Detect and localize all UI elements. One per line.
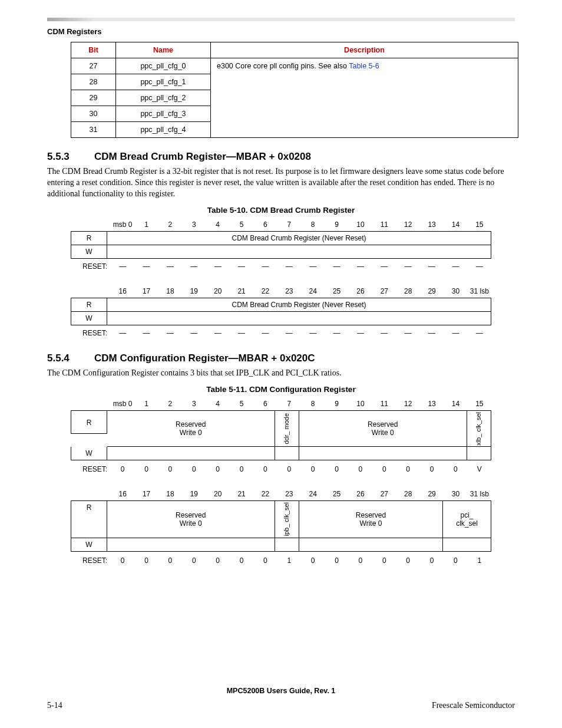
bit-label: — bbox=[230, 327, 253, 340]
bit-label: — bbox=[396, 260, 420, 273]
page-footer: MPC5200B Users Guide, Rev. 1 5-14 Freesc… bbox=[47, 687, 515, 710]
table-511-title: Table 5-11. CDM Configuration Register bbox=[47, 385, 515, 394]
heading-554: 5.5.4CDM Configuration Register—MBAR + 0… bbox=[47, 353, 515, 364]
bit-label: 19 bbox=[182, 487, 206, 500]
bit-label: 0 bbox=[325, 463, 348, 476]
bit-label: — bbox=[325, 260, 348, 273]
bit-label: — bbox=[372, 260, 396, 273]
bit-label: 25 bbox=[325, 285, 348, 298]
bit-label: 24 bbox=[301, 487, 325, 500]
bit-label: 0 bbox=[253, 463, 277, 476]
bit-label: 0 bbox=[301, 554, 325, 567]
bit-label: 0 bbox=[420, 463, 444, 476]
bit-label: 0 bbox=[325, 554, 348, 567]
bit-label: 19 bbox=[182, 285, 206, 298]
pci-clk-sel-field: pci_ clk_sel bbox=[442, 501, 491, 537]
bit-label: 8 bbox=[301, 397, 325, 410]
bit-label: 26 bbox=[349, 487, 372, 500]
bit-label: — bbox=[134, 327, 158, 340]
bit-label: — bbox=[277, 260, 301, 273]
bit-label: — bbox=[277, 327, 301, 340]
bit-label: 15 bbox=[468, 397, 491, 410]
bit-label: 16 bbox=[111, 285, 134, 298]
bit-label: 11 bbox=[372, 218, 396, 231]
bit-label: — bbox=[444, 260, 467, 273]
bit-label: 0 bbox=[158, 463, 182, 476]
bit-label: 13 bbox=[420, 397, 444, 410]
bit-label: 18 bbox=[158, 487, 182, 500]
ddr-mode-field: ddr_ mode bbox=[283, 412, 290, 446]
bit-label: 6 bbox=[253, 218, 277, 231]
bit-label: 13 bbox=[420, 218, 444, 231]
bit-label: 8 bbox=[301, 218, 325, 231]
top-accent-bar bbox=[47, 18, 515, 21]
bit-label: 0 bbox=[230, 463, 253, 476]
bit-label: 14 bbox=[444, 218, 467, 231]
bit-label: — bbox=[301, 327, 325, 340]
bit-label: 17 bbox=[134, 487, 158, 500]
bit-label: 23 bbox=[277, 487, 301, 500]
bit-label: 15 bbox=[468, 218, 491, 231]
bit-label: 0 bbox=[206, 463, 230, 476]
bit-label: — bbox=[182, 260, 206, 273]
bit-label: 0 bbox=[111, 554, 134, 567]
bit-label: 5 bbox=[230, 397, 253, 410]
bit-label: 1 bbox=[277, 554, 301, 567]
bit-label: — bbox=[134, 260, 158, 273]
bit-label: 3 bbox=[182, 397, 206, 410]
table-510-title: Table 5-10. CDM Bread Crumb Register bbox=[47, 206, 515, 215]
desc-cell: e300 Core core pll config pins. See also… bbox=[211, 58, 518, 138]
bit-label: 0 bbox=[182, 463, 206, 476]
ipb-clk-sel-field: ipb_ clk_sel bbox=[283, 501, 290, 537]
bit-label: 0 bbox=[158, 554, 182, 567]
xlb-clk-sel-field: xlb_ clk_sel bbox=[475, 411, 482, 447]
bit-label: 0 bbox=[253, 554, 277, 567]
bit-label: 9 bbox=[325, 397, 348, 410]
table-5-6-link[interactable]: Table 5-6 bbox=[349, 62, 379, 70]
bit-label: 21 bbox=[230, 285, 253, 298]
col-name: Name bbox=[116, 42, 211, 58]
bit-label: 0 bbox=[444, 463, 467, 476]
bit-label: — bbox=[468, 260, 491, 273]
bit-label: 4 bbox=[206, 218, 230, 231]
bit-label: 4 bbox=[206, 397, 230, 410]
bit-label: 1 bbox=[134, 397, 158, 410]
bit-label: — bbox=[206, 327, 230, 340]
bit-label: 16 bbox=[111, 487, 134, 500]
bit-label: 14 bbox=[444, 397, 467, 410]
bit-label: 0 bbox=[301, 463, 325, 476]
bit-label: 0 bbox=[444, 554, 467, 567]
bit-label: 1 bbox=[134, 218, 158, 231]
bit-label: 12 bbox=[396, 397, 420, 410]
bit-label: 31 lsb bbox=[468, 285, 491, 298]
bit-label: msb 0 bbox=[111, 218, 134, 231]
bit-label: 0 bbox=[182, 554, 206, 567]
table-row: 27 ppc_pll_cfg_0 e300 Core core pll conf… bbox=[71, 58, 518, 74]
bit-label: 2 bbox=[158, 397, 182, 410]
footer-right: Freescale Semiconductor bbox=[432, 701, 515, 710]
bit-label: 27 bbox=[372, 487, 396, 500]
bit-label: 11 bbox=[372, 397, 396, 410]
bit-label: 21 bbox=[230, 487, 253, 500]
bit-label: — bbox=[253, 327, 277, 340]
bit-label: 7 bbox=[277, 218, 301, 231]
bit-label: 20 bbox=[206, 285, 230, 298]
bit-label: 28 bbox=[396, 285, 420, 298]
bit-label: 0 bbox=[111, 463, 134, 476]
bit-label: 30 bbox=[444, 487, 467, 500]
bit-label: 18 bbox=[158, 285, 182, 298]
bit-label: 30 bbox=[444, 285, 467, 298]
bit-label: 29 bbox=[420, 487, 444, 500]
bit-label: — bbox=[372, 327, 396, 340]
bit-label: 17 bbox=[134, 285, 158, 298]
bit-label: — bbox=[206, 260, 230, 273]
bit-label: 0 bbox=[396, 554, 420, 567]
reg-511-diagram: msb 0123456789101112131415 R Reserved Wr… bbox=[71, 397, 491, 567]
bit-label: 3 bbox=[182, 218, 206, 231]
para-553: The CDM Bread Crumb Register is a 32-bit… bbox=[47, 166, 515, 200]
bit-label: 0 bbox=[230, 554, 253, 567]
bit-label: 10 bbox=[349, 397, 372, 410]
bit-label: msb 0 bbox=[111, 397, 134, 410]
bit-label: 28 bbox=[396, 487, 420, 500]
bit-label: 0 bbox=[134, 554, 158, 567]
